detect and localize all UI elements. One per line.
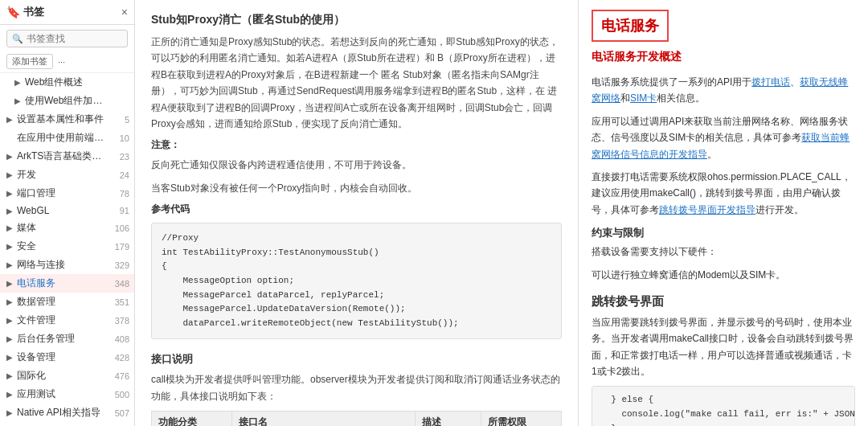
stub-section: Stub知Proxy消亡（匿名Stub的使用） 正所的消亡通知是Proxy感知S… — [151, 13, 562, 339]
sidebar-item-count: 179 — [110, 242, 129, 252]
sidebar-item-count: 23 — [110, 152, 129, 162]
right-intro1c: 和 — [620, 92, 630, 104]
main-content: Stub知Proxy消亡（匿名Stub的使用） 正所的消亡通知是Proxy感知S… — [135, 0, 868, 426]
sidebar: 🔖 书签 × 🔍 添加书签 ··· ▶Web组件概述▶使用Web组件加载页面▶设… — [0, 0, 135, 426]
arrow-icon: ▶ — [6, 207, 14, 215]
sidebar-item-label: 设备管理 — [17, 350, 107, 364]
sidebar-item-count: 428 — [110, 353, 129, 363]
link-call[interactable]: 拨打电话 — [751, 76, 790, 88]
sidebar-item-count: 24 — [110, 170, 129, 180]
sidebar-item-port-mgmt[interactable]: ▶端口管理78 — [0, 184, 134, 203]
sidebar-item-label: Native API相关指导 — [17, 406, 107, 420]
interface-desc: call模块为开发者提供呼叫管理功能。observer模块为开发者提供订阅和取消… — [151, 371, 562, 404]
sidebar-item-count: 500 — [110, 390, 129, 399]
sidebar-item-i18n[interactable]: ▶国际化476 — [0, 367, 134, 385]
search-icon: 🔍 — [12, 34, 23, 44]
sidebar-item-media[interactable]: ▶媒体106 — [0, 219, 134, 237]
arrow-icon: ▶ — [6, 242, 14, 251]
col-api: 接口名 — [232, 412, 416, 426]
stub-title: Stub知Proxy消亡（匿名Stub的使用） — [151, 13, 562, 27]
right-intro1b: 、 — [790, 76, 800, 88]
interface-section: 接口说明 call模块为开发者提供呼叫管理功能。observer模块为开发者提供… — [151, 352, 562, 426]
sidebar-item-label: 后台任务管理 — [17, 332, 107, 346]
sidebar-item-basic-events[interactable]: ▶设置基本属性和事件5 — [0, 110, 134, 129]
note2: 当客Stub对象没有被任何一个Proxy指向时，内核会自动回收。 — [151, 180, 562, 196]
sidebar-item-label: ArkTS语言基础类库概述 — [17, 150, 107, 163]
sidebar-tree: ▶Web组件概述▶使用Web组件加载页面▶设置基本属性和事件5在应用中使用前端页… — [0, 73, 134, 426]
sidebar-item-count: 106 — [110, 223, 129, 233]
right-intro2b: 。 — [707, 149, 717, 160]
sidebar-item-web-load[interactable]: ▶使用Web组件加载页面 — [0, 92, 134, 110]
sidebar-item-security[interactable]: ▶安全179 — [0, 237, 134, 256]
sidebar-item-count: 476 — [110, 371, 129, 381]
sidebar-item-count: 5 — [110, 115, 129, 125]
sidebar-item-data-mgmt[interactable]: ▶数据管理351 — [0, 293, 134, 311]
sidebar-item-count: 348 — [110, 279, 129, 289]
link-jump-guide[interactable]: 跳转拨号界面开发指导 — [659, 204, 755, 215]
sidebar-item-label: WebGL — [17, 205, 107, 216]
sidebar-title: 书签 — [23, 5, 44, 19]
sidebar-item-device-mgmt[interactable]: ▶设备管理428 — [0, 348, 134, 367]
link-sim[interactable]: SIM卡 — [630, 92, 657, 104]
arrow-icon: ▶ — [14, 96, 23, 105]
sidebar-item-count: 329 — [110, 260, 129, 270]
sidebar-item-native-api[interactable]: ▶Native API相关指导507 — [0, 403, 134, 422]
sidebar-item-label: 网络与连接 — [17, 258, 107, 272]
right-intro1: 电话服务系统提供了一系列的API用于拨打电话、获取无线蜂窝网络和SIM卡相关信息… — [592, 74, 855, 107]
sidebar-item-count: 10 — [110, 133, 129, 143]
sidebar-item-app-js[interactable]: 在应用中使用前端页面JavaSc ript10 — [0, 129, 134, 147]
sidebar-header: 🔖 书签 × — [0, 0, 134, 25]
arrow-icon: ▶ — [6, 223, 14, 232]
sidebar-item-network[interactable]: ▶网络与连接329 — [0, 256, 134, 274]
close-icon[interactable]: × — [121, 6, 128, 18]
constraint-detail: 可以进行独立蜂窝通信的Modem以及SIM卡。 — [592, 267, 855, 283]
ref-label: 参考代码 — [151, 203, 562, 216]
arrow-icon: ▶ — [14, 78, 23, 87]
sidebar-item-label: 文件管理 — [17, 313, 107, 327]
sidebar-item-count: 507 — [110, 408, 129, 418]
sidebar-item-file-mgmt[interactable]: ▶文件管理378 — [0, 311, 134, 330]
arrow-icon: ▶ — [6, 115, 14, 124]
constraint-title: 约束与限制 — [592, 226, 855, 240]
add-bookmark-button[interactable]: 添加书签 — [6, 54, 53, 69]
sidebar-item-count: 408 — [110, 334, 129, 344]
arrow-icon: ▶ — [6, 170, 14, 179]
arrow-icon: ▶ — [6, 189, 14, 198]
right-title-box: 电话服务 — [592, 10, 669, 42]
sidebar-item-label: 端口管理 — [17, 186, 107, 200]
col-desc: 描述 — [416, 412, 481, 426]
ref-label-text: 参考代码 — [151, 203, 190, 215]
sidebar-item-label: Web组件概述 — [25, 76, 107, 89]
sidebar-item-telecom[interactable]: ▶电话服务348 — [0, 274, 134, 293]
sidebar-item-app-test[interactable]: ▶应用测试500 — [0, 385, 134, 403]
right-code-block: } else { console.log("make call fail, er… — [592, 386, 855, 426]
sidebar-item-task-mgmt[interactable]: ▶后台任务管理408 — [0, 330, 134, 348]
sidebar-item-webgl[interactable]: ▶WebGL91 — [0, 203, 134, 219]
sidebar-item-count: 78 — [110, 189, 129, 199]
arrow-icon: ▶ — [6, 297, 14, 306]
jump-title: 跳转拨号界面 — [592, 294, 855, 309]
right-subtitle: 电话服务开发概述 — [592, 50, 855, 64]
interface-table: 功能分类 接口名 描述 所需权限 能力获取 call.hasVoiceCapab… — [151, 411, 562, 426]
search-bar[interactable]: 🔍 — [6, 30, 128, 47]
sidebar-item-label: 设置基本属性和事件 — [17, 113, 107, 126]
sidebar-actions: 添加书签 ··· — [0, 52, 134, 73]
sidebar-item-label: 安全 — [17, 240, 107, 253]
right-main-title: 电话服务 — [601, 16, 659, 35]
note1: 反向死亡通知仅限设备内跨进程通信使用，不可用于跨设备。 — [151, 157, 562, 173]
sidebar-item-label: 数据管理 — [17, 295, 107, 309]
search-input[interactable] — [27, 33, 122, 44]
sidebar-item-ark-ts[interactable]: ▶ArkTS语言基础类库概述23 — [0, 147, 134, 166]
arrow-icon: ▶ — [6, 279, 14, 288]
interface-title: 接口说明 — [151, 352, 562, 367]
col-category: 功能分类 — [152, 412, 232, 426]
more-options[interactable]: ··· — [58, 57, 65, 67]
right-intro1d: 相关信息。 — [657, 92, 705, 104]
right-intro3b: 进行开发。 — [755, 204, 804, 215]
note-label-text: 注意： — [151, 139, 180, 150]
right-intro1-text: 电话服务系统提供了一系列的API用于 — [592, 76, 751, 88]
sidebar-item-label: 在应用中使用前端页面JavaSc ript — [17, 131, 107, 145]
sidebar-item-dev[interactable]: ▶开发24 — [0, 166, 134, 184]
sidebar-item-web-overview[interactable]: ▶Web组件概述 — [0, 73, 134, 92]
sidebar-item-label: 开发 — [17, 168, 107, 182]
